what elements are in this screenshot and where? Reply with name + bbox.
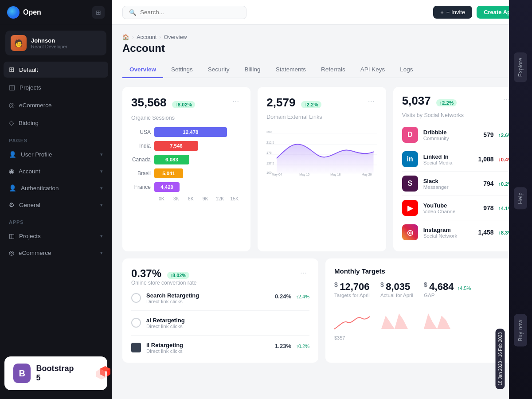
mini-chart-3 <box>419 307 455 333</box>
sidebar-item-default[interactable]: ⊞ Default <box>4 62 108 78</box>
tab-logs[interactable]: Logs <box>393 62 420 78</box>
breadcrumb: 🏠 › Account › Overview <box>122 34 521 40</box>
bar-fill: 7,546 <box>154 141 198 151</box>
actual-value: 8,035 <box>386 281 410 292</box>
sidebar-item-label: User Profile <box>21 151 52 158</box>
svg-text:250: 250 <box>266 130 272 133</box>
stat-card-organic: 35,568 ↑8.02% ··· Organic Sessions USA 1… <box>122 87 250 251</box>
svg-text:May 18: May 18 <box>331 173 341 176</box>
svg-text:May 10: May 10 <box>300 173 310 176</box>
x-axis: 0K 3K 6K 9K 12K 15K <box>131 196 242 201</box>
bar-row-france: France 4,420 <box>131 182 242 192</box>
bar-row-usa: USA 12,478 <box>131 127 242 137</box>
search-input[interactable] <box>140 9 238 16</box>
sidebar-item-account[interactable]: ◉ Account ▾ <box>4 164 108 179</box>
breadcrumb-overview: Overview <box>164 34 187 40</box>
sidebar-item-label: Projects <box>19 233 41 239</box>
buy-now-button[interactable]: Buy now <box>514 314 527 347</box>
sidebar-item-authentication[interactable]: 👤 Authentication ▾ <box>4 180 108 196</box>
user-card[interactable]: 🧑 Johnson React Developer <box>5 31 106 55</box>
svg-text:May 04: May 04 <box>272 173 282 176</box>
tab-billing[interactable]: Billing <box>238 62 268 78</box>
sidebar-header: Open ⊞ <box>0 0 112 25</box>
stat-label: Visits by Social Networks <box>402 112 512 118</box>
plus-icon: + <box>440 9 444 16</box>
sidebar-toggle-btn[interactable]: ⊞ <box>92 6 105 19</box>
slack-icon: S <box>402 176 418 192</box>
pages-section-label: PAGES <box>0 132 112 146</box>
sidebar-item-projects[interactable]: ◫ Projects <box>4 79 108 95</box>
tab-statements[interactable]: Statements <box>269 62 313 78</box>
stat-label: Organic Sessions <box>131 115 242 121</box>
main-content: 🔍 + + Invite Create App 🏠 › Account › Ov… <box>112 0 532 399</box>
page-content: 🏠 › Account › Overview Account Overview … <box>112 25 532 399</box>
bar-fill: 12,478 <box>154 127 227 137</box>
sidebar-item-ecommerce[interactable]: ◎ eCommerce <box>4 97 108 113</box>
svg-marker-15 <box>424 313 437 329</box>
tab-api-keys[interactable]: API Keys <box>353 62 392 78</box>
help-button[interactable]: Help <box>514 187 527 209</box>
conversion-card: 0.37% ↑8.02% ··· Online store convertion… <box>122 258 318 363</box>
search-icon: 🔍 <box>129 9 137 16</box>
more-button[interactable]: ··· <box>297 267 309 278</box>
more-button[interactable]: ··· <box>365 96 377 107</box>
stat-value: 35,568 <box>131 96 167 109</box>
stat-label: Domain External Links <box>266 114 377 120</box>
svg-marker-13 <box>381 316 395 329</box>
mail-icon <box>131 343 141 352</box>
chevron-down-icon: ▾ <box>100 233 103 239</box>
page-title: Account <box>122 42 521 55</box>
topbar: 🔍 + + Invite Create App <box>112 0 532 25</box>
social-row-linkedin: in Linked In Social Media 1,088 ↓0.4% <box>402 147 512 172</box>
stat-value: 5,037 <box>402 94 431 107</box>
sidebar-item-label: General <box>19 202 40 208</box>
projects-icon: ◫ <box>9 83 15 91</box>
invite-button[interactable]: + + Invite <box>433 6 472 19</box>
user-role: React Developer <box>31 44 67 49</box>
tab-settings[interactable]: Settings <box>164 62 200 78</box>
sidebar-item-bidding[interactable]: ◇ Bidding <box>4 115 108 131</box>
conversion-value: 0.37% <box>131 267 161 279</box>
tab-security[interactable]: Security <box>201 62 237 78</box>
circle-icon <box>131 293 141 303</box>
laravel-logo: Laravel <box>94 364 112 383</box>
bar-row-india: India 7,546 <box>131 141 242 151</box>
search-bar[interactable]: 🔍 <box>122 6 246 19</box>
sidebar-item-general[interactable]: ⚙ General ▾ <box>4 197 108 212</box>
social-row-dribbble: D Dribbble Community 579 ↑2.6% <box>402 123 512 147</box>
sidebar-item-app-projects[interactable]: ◫ Projects ▾ <box>4 228 108 243</box>
monthly-metrics: $ 12,706 Targets for April $ 8,035 Actua… <box>334 281 512 298</box>
mini-chart-1 <box>334 307 370 333</box>
sidebar-item-label: Bidding <box>19 120 39 126</box>
tab-referrals[interactable]: Referrals <box>314 62 352 78</box>
page-header: 🏠 › Account › Overview Account <box>122 34 521 55</box>
app-logo[interactable]: Open <box>7 6 41 19</box>
stats-grid: 35,568 ↑8.02% ··· Organic Sessions USA 1… <box>122 87 521 251</box>
laravel-icon <box>94 364 112 383</box>
chevron-down-icon: ▾ <box>100 185 103 191</box>
monthly-card: Monthly Targets $ 12,706 Targets for Apr… <box>325 258 521 363</box>
bar-fill: 4,420 <box>154 182 180 192</box>
targets-value: 12,706 <box>340 281 369 292</box>
more-button[interactable]: ··· <box>230 96 242 107</box>
stat-badge: ↑2.2% <box>301 101 321 108</box>
svg-text:137.5: 137.5 <box>266 162 274 165</box>
chevron-down-icon: ▾ <box>100 202 103 208</box>
mini-charts <box>334 307 512 333</box>
bootstrap-label: Bootstrap 5 <box>36 364 76 383</box>
sidebar-item-label: eCommerce <box>19 250 51 256</box>
sidebar-item-label: Default <box>19 66 38 73</box>
bidding-icon: ◇ <box>9 119 14 127</box>
dribbble-icon: D <box>402 127 418 143</box>
sidebar-item-label: Authentication <box>21 185 59 192</box>
tab-overview[interactable]: Overview <box>122 62 163 78</box>
sidebar-item-label: eCommerce <box>19 102 52 109</box>
social-row-instagram: ◎ Instagram Social Network 1,458 ↑8.3% <box>402 220 512 244</box>
tabs: Overview Settings Security Billing State… <box>122 62 521 78</box>
user-name: Johnson <box>31 37 67 44</box>
bar-row-brasil: Brasil 5,041 <box>131 168 242 178</box>
sidebar-item-app-ecommerce[interactable]: ◎ eCommerce ▾ <box>4 245 108 260</box>
explore-button[interactable]: Explore <box>514 52 527 82</box>
social-row-youtube: ▶ YouTube Video Channel 978 ↑4.1% <box>402 196 512 220</box>
sidebar-item-user-profile[interactable]: 👤 User Profile ▾ <box>4 147 108 162</box>
